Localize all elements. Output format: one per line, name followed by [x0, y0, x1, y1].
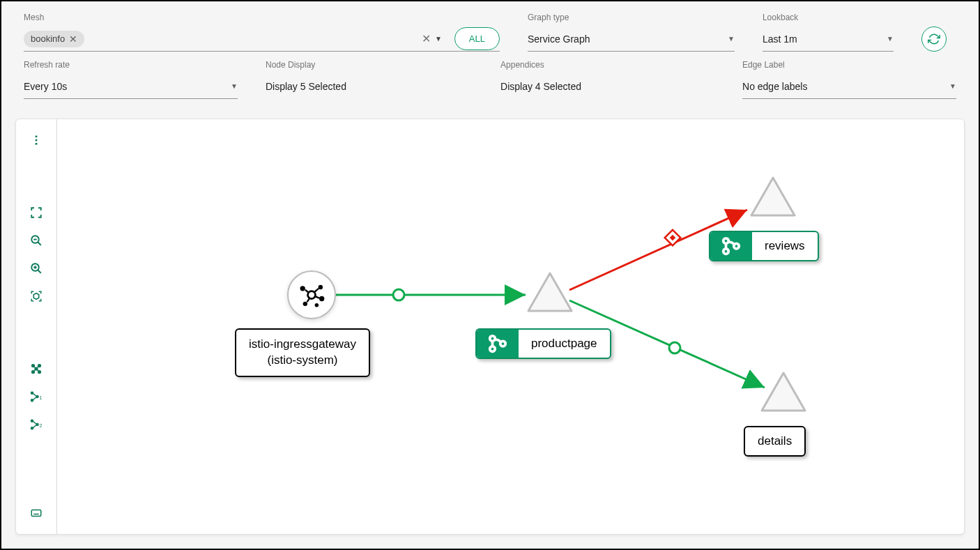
mesh-dropdown-icon[interactable]: ▼: [435, 35, 442, 43]
nodedisplay-label: Node Display: [266, 60, 473, 70]
appendices-label: Appendices: [500, 60, 714, 70]
edgelabel-label: Edge Label: [742, 60, 956, 70]
legend-icon: [30, 507, 43, 519]
fit-button[interactable]: [24, 200, 49, 225]
edge-error-marker-icon: [665, 230, 681, 246]
node-reviews-text: reviews: [765, 239, 805, 253]
svg-point-38: [315, 303, 319, 307]
graphtype-dropdown[interactable]: Service Graph ▼: [528, 26, 735, 52]
mesh-label: Mesh: [24, 13, 500, 22]
svg-point-21: [36, 396, 38, 398]
svg-point-47: [723, 249, 729, 254]
service-node-icon: [747, 175, 799, 220]
svg-line-15: [34, 367, 36, 368]
node-productpage[interactable]: [524, 270, 576, 315]
svg-rect-31: [31, 510, 41, 517]
mesh-chip-label: bookinfo: [31, 33, 65, 44]
node-ingress[interactable]: [287, 270, 336, 319]
svg-point-26: [31, 427, 33, 429]
svg-point-25: [31, 420, 33, 422]
node-details-label[interactable]: details: [744, 426, 806, 457]
graphtype-value: Service Graph: [528, 33, 590, 45]
edge-error-marker-inner-icon: [670, 235, 675, 240]
svg-line-29: [33, 425, 37, 428]
svg-point-2: [36, 143, 38, 145]
svg-line-23: [33, 397, 37, 400]
svg-point-10: [32, 365, 35, 367]
fit-icon: [30, 206, 43, 219]
svg-line-16: [38, 367, 39, 368]
focus-button[interactable]: [24, 284, 49, 309]
zoom-out-button[interactable]: [24, 228, 49, 253]
mesh-gateway-icon: [296, 280, 327, 310]
focus-icon: [30, 290, 43, 303]
svg-point-13: [38, 371, 41, 374]
svg-point-11: [38, 365, 41, 367]
node-ingress-line1: istio-ingressgateway: [249, 337, 356, 353]
service-node-icon: [524, 270, 576, 315]
menu-button[interactable]: [24, 128, 49, 153]
svg-point-37: [303, 302, 307, 306]
svg-line-40: [314, 289, 319, 293]
layout-1-button[interactable]: [24, 356, 49, 381]
svg-text:2: 2: [40, 423, 43, 428]
node-ingress-line2: (istio-system): [249, 353, 356, 369]
chip-remove-icon[interactable]: ✕: [69, 33, 77, 45]
clear-all-icon[interactable]: ✕: [422, 32, 431, 45]
appendices-value: Display 4 Selected: [500, 81, 581, 92]
svg-line-7: [38, 270, 41, 273]
svg-point-27: [36, 424, 38, 426]
versioned-badge-icon: [477, 330, 519, 358]
svg-point-44: [490, 346, 496, 352]
node-ingress-label[interactable]: istio-ingressgateway (istio-system): [235, 328, 370, 377]
mesh-selector[interactable]: bookinfo ✕ ✕ ▼ ALL: [24, 26, 500, 52]
appendices-dropdown[interactable]: Display 4 Selected: [500, 74, 714, 99]
node-productpage-label[interactable]: productpage: [475, 328, 611, 359]
svg-line-28: [33, 422, 37, 425]
graphtype-label: Graph type: [528, 13, 735, 22]
chevron-down-icon: ▼: [231, 82, 238, 90]
graph-canvas[interactable]: istio-ingressgateway (istio-system) prod…: [57, 119, 965, 535]
mesh-chip[interactable]: bookinfo ✕: [24, 31, 84, 47]
lookback-label: Lookback: [763, 13, 894, 22]
svg-point-20: [31, 399, 33, 402]
svg-line-42: [307, 298, 310, 303]
gateway-node-icon: [287, 270, 336, 319]
lookback-dropdown[interactable]: Last 1m ▼: [763, 26, 894, 52]
zoom-in-button[interactable]: [24, 256, 49, 281]
node-details-text: details: [758, 434, 792, 448]
service-node-icon: [758, 370, 809, 415]
graph-layout-2-icon: 2: [29, 418, 43, 431]
node-reviews-label[interactable]: reviews: [709, 231, 819, 261]
dots-vertical-icon: [30, 134, 43, 146]
chevron-down-icon: ▼: [949, 82, 956, 90]
zoom-out-icon: [30, 234, 43, 247]
svg-point-14: [35, 367, 38, 370]
node-reviews[interactable]: [747, 175, 799, 220]
layout-3-button[interactable]: 2: [24, 412, 49, 437]
svg-point-12: [32, 371, 35, 374]
refresh-button[interactable]: [921, 26, 947, 52]
chevron-down-icon: ▼: [728, 35, 735, 43]
lookback-value: Last 1m: [763, 33, 797, 45]
refreshrate-label: Refresh rate: [24, 60, 238, 70]
nodedisplay-dropdown[interactable]: Display 5 Selected: [266, 74, 473, 99]
svg-line-18: [38, 370, 39, 372]
all-button[interactable]: ALL: [454, 27, 500, 50]
svg-line-41: [315, 296, 319, 298]
nodedisplay-value: Display 5 Selected: [266, 81, 346, 92]
refresh-icon: [928, 33, 940, 45]
svg-point-19: [31, 392, 33, 394]
svg-line-22: [33, 394, 37, 397]
refreshrate-dropdown[interactable]: Every 10s ▼: [24, 74, 238, 99]
refreshrate-value: Every 10s: [24, 81, 67, 92]
chevron-down-icon: ▼: [887, 35, 894, 43]
legend-button[interactable]: [24, 501, 49, 526]
edgelabel-dropdown[interactable]: No edge labels ▼: [742, 74, 956, 99]
layout-2-button[interactable]: 1: [24, 384, 49, 409]
graph-edges: [57, 119, 964, 534]
edgelabel-value: No edge labels: [742, 81, 807, 92]
node-details[interactable]: [758, 370, 809, 415]
svg-point-35: [319, 285, 323, 289]
svg-point-36: [319, 296, 324, 301]
